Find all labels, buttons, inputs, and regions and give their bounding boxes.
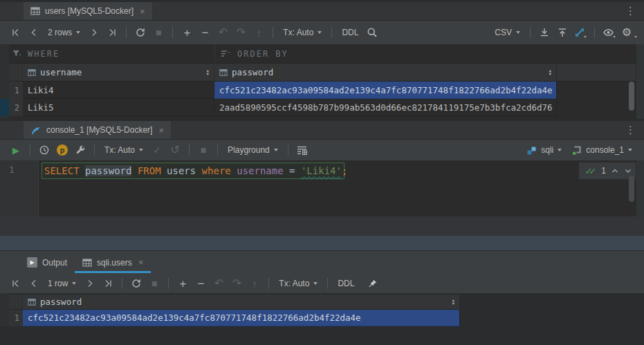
submit-icon[interactable]: ↑ <box>250 25 268 40</box>
close-icon[interactable]: × <box>158 125 164 136</box>
redo-icon[interactable]: ↷ <box>232 25 250 40</box>
sync-session-icon[interactable] <box>571 25 589 40</box>
chevron-down-icon <box>76 31 80 34</box>
tx-mode-dropdown[interactable]: Tx: Auto <box>278 25 326 40</box>
separator <box>172 27 173 38</box>
tab-console-1[interactable]: console_1 [MySQL5-Docker] × <box>24 121 171 139</box>
separator <box>288 144 288 156</box>
add-row-button[interactable]: + <box>174 276 192 291</box>
search-icon[interactable] <box>363 25 381 40</box>
cell-username[interactable]: Liki5 <box>23 99 214 116</box>
previous-page-button[interactable] <box>25 276 43 291</box>
revert-icon[interactable]: ↶ <box>210 276 228 291</box>
export-data-icon[interactable] <box>535 25 553 40</box>
run-button[interactable]: ▶ <box>7 142 25 158</box>
sql-keyword: where <box>196 165 237 176</box>
kebab-menu-icon[interactable]: ⋮ <box>625 124 636 136</box>
redo-icon[interactable]: ↷ <box>228 276 246 291</box>
rollback-icon[interactable]: ↺ <box>166 142 184 158</box>
chevron-down-icon <box>72 282 76 285</box>
column-header-password[interactable]: password ▲▼ <box>23 295 460 309</box>
tx-mode-dropdown[interactable]: Tx: Auto <box>274 276 322 291</box>
close-icon[interactable]: × <box>140 6 145 17</box>
history-clock-icon[interactable] <box>35 142 53 158</box>
reload-icon[interactable] <box>127 276 145 291</box>
inspection-count: 1 <box>601 166 606 176</box>
order-by-filter-input[interactable]: ORDER BY <box>214 44 644 63</box>
last-page-button[interactable] <box>99 276 117 291</box>
output-layout-icon[interactable] <box>293 142 311 158</box>
separator <box>217 144 218 156</box>
parameters-badge-icon[interactable]: p <box>53 142 71 158</box>
stop-icon[interactable]: ■ <box>194 142 212 158</box>
next-page-button[interactable] <box>85 25 103 40</box>
next-problem-chevron-icon[interactable] <box>624 167 632 175</box>
first-page-button[interactable] <box>7 276 25 291</box>
commit-check-icon[interactable]: ✓ <box>148 142 166 158</box>
export-format-label: CSV <box>495 28 512 37</box>
column-header-username[interactable]: username ▲▼ <box>23 64 214 81</box>
table-grid-icon <box>30 6 40 16</box>
export-format-dropdown[interactable]: CSV <box>490 25 525 40</box>
filter-funnel-icon <box>12 49 21 58</box>
cell-password-selected[interactable]: cfc521c23482ac93a09584ad2e139c4a7fc87077… <box>214 82 557 99</box>
tab-output[interactable]: ▶ Output <box>19 251 75 274</box>
tab-users-table[interactable]: users [MySQL5-Docker] × <box>24 2 152 20</box>
settings-wrench-icon[interactable] <box>71 142 89 158</box>
sql-statement[interactable]: SELECT password FROM users where usernam… <box>44 165 347 176</box>
row-number: 1 <box>9 82 23 99</box>
tx-mode-label: Tx: Auto <box>279 279 309 288</box>
table-row: 1 cfc521c23482ac93a09584ad2e139c4a7fc870… <box>9 310 460 326</box>
ddl-button[interactable]: DDL <box>337 25 363 40</box>
sort-toggle-icon[interactable]: ▲▼ <box>544 69 551 75</box>
output-icon: ▶ <box>27 257 37 268</box>
playground-dropdown[interactable]: Playground <box>223 142 283 158</box>
grid-scrollbar-thumb[interactable] <box>629 82 634 111</box>
tab-sqli-users-result[interactable]: sqli.users × <box>75 251 151 274</box>
page-size-dropdown[interactable]: 1 row <box>43 276 81 291</box>
previous-problem-chevron-icon[interactable] <box>611 167 619 175</box>
where-filter-input[interactable]: WHERE <box>0 44 214 63</box>
tx-mode-dropdown[interactable]: Tx: Auto <box>100 142 148 158</box>
chevron-down-icon <box>139 149 143 151</box>
cell-username[interactable]: Liki4 <box>23 82 214 99</box>
kebab-menu-icon[interactable]: ⋮ <box>625 5 636 17</box>
submit-icon[interactable]: ↑ <box>246 276 264 291</box>
separator <box>168 278 169 289</box>
separator <box>122 278 122 289</box>
view-options-eye-icon[interactable] <box>600 25 618 40</box>
column-header-password[interactable]: password ▲▼ <box>214 64 557 81</box>
cell-password-selected[interactable]: cfc521c23482ac93a09584ad2e139c4a7fc87077… <box>23 310 460 326</box>
close-icon[interactable]: × <box>138 257 144 268</box>
stop-icon[interactable]: ■ <box>149 25 167 40</box>
sql-editor[interactable]: 1 SELECT password FROM users where usern… <box>0 160 644 216</box>
chevron-down-icon <box>516 31 520 34</box>
sort-toggle-icon[interactable]: ▲▼ <box>202 69 209 75</box>
pin-tab-icon[interactable] <box>363 276 381 291</box>
revert-icon[interactable]: ↶ <box>214 25 232 40</box>
sort-toggle-icon[interactable]: ▲▼ <box>448 299 454 305</box>
console-toolbar-right-group: sqli console_1 <box>522 142 637 158</box>
editor-scrollbar-thumb[interactable] <box>629 176 634 202</box>
previous-page-button[interactable] <box>25 25 43 40</box>
schema-dropdown[interactable]: sqli <box>522 142 567 158</box>
column-name: password <box>232 67 273 77</box>
session-dropdown[interactable]: console_1 <box>567 142 637 158</box>
page-size-dropdown[interactable]: 2 rows <box>43 25 85 40</box>
add-row-button[interactable]: + <box>178 25 196 40</box>
stop-icon[interactable]: ■ <box>145 276 163 291</box>
grid-right-stripe <box>636 44 644 119</box>
import-data-icon[interactable] <box>553 25 571 40</box>
ddl-button[interactable]: DDL <box>333 276 359 291</box>
delete-row-button[interactable]: − <box>192 276 210 291</box>
line-number: 1 <box>9 165 15 175</box>
reload-icon[interactable] <box>131 25 149 40</box>
gear-icon[interactable]: ⚙ <box>618 25 636 40</box>
last-page-button[interactable] <box>103 25 121 40</box>
panel-splitter[interactable] <box>0 236 644 250</box>
cell-password[interactable]: 2aad5890595ccf4598b787b99ab563d0d66ec821… <box>214 99 557 116</box>
delete-row-button[interactable]: − <box>196 25 214 40</box>
mysql-dolphin-icon <box>30 125 42 136</box>
first-page-button[interactable] <box>7 25 25 40</box>
next-page-button[interactable] <box>81 276 99 291</box>
